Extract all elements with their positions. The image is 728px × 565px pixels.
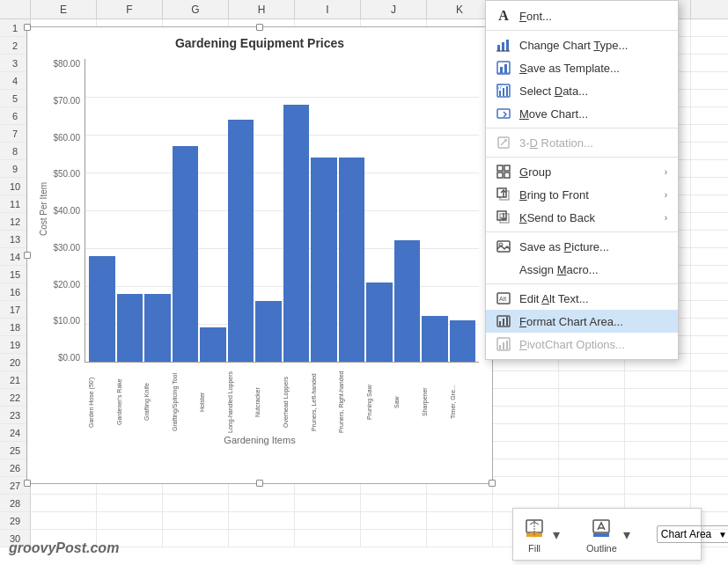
chart-area-select[interactable]: Chart Area ▼ (657, 525, 728, 543)
menu-label-assign-macro: Assign Macro... (519, 263, 667, 276)
separator-5 (486, 283, 678, 284)
x-label-8: Overhead Loppers (283, 367, 309, 437)
resize-handle-tl[interactable] (24, 24, 31, 31)
bar-pruners-left (311, 158, 337, 362)
menu-item-pivotchart-options: PivotChart Options... (486, 333, 678, 356)
context-menu: A Font... Change Chart Type... Save as T… (485, 0, 679, 360)
col-header-k: K (427, 0, 493, 18)
menu-item-format-chart-area[interactable]: Format Chart Area... (486, 310, 678, 333)
bars-container (85, 59, 479, 362)
resize-handle-bl[interactable] (24, 480, 31, 487)
group-arrow: › (665, 167, 667, 177)
bar-overhead-loppers (283, 105, 310, 362)
x-label-14: Timer, Gre... (450, 367, 476, 437)
bar-pruners-right (339, 158, 365, 362)
y-tick-20: $20.00 (53, 280, 84, 290)
menu-label-font: Font... (519, 10, 667, 23)
y-tick-40: $40.00 (53, 206, 84, 216)
outline-label: Outline (586, 543, 617, 554)
bar-nutcracker (255, 301, 282, 362)
y-tick-0: $0.00 (58, 353, 84, 363)
bar-holster (200, 327, 226, 362)
fill-dropdown-arrow[interactable]: ▾ (553, 526, 560, 543)
menu-label-select-data: Select Data... (519, 84, 667, 98)
x-label-12: Saw (393, 367, 420, 437)
bars-area (85, 59, 479, 363)
menu-item-3d-rotation: 3-D Rotation... (486, 131, 678, 154)
menu-item-change-chart-type[interactable]: Change Chart Type... (486, 33, 678, 56)
menu-label-save-as-template: Save as Template... (519, 62, 667, 75)
assign-macro-icon (496, 262, 511, 276)
menu-label-change-chart-type: Change Chart Type... (519, 39, 667, 52)
chart-area-select-arrow: ▼ (718, 530, 727, 539)
svg-rect-6 (504, 64, 507, 73)
save-as-template-icon (496, 61, 511, 75)
edit-alt-text-icon: Alt (496, 291, 511, 305)
menu-label-edit-alt-text: Edit Alt Text... (519, 292, 667, 305)
fill-button[interactable]: Fill (522, 516, 547, 554)
x-labels-container: Garden Hose (50') Gardener's Rake Grafti… (85, 367, 479, 433)
separator-3 (486, 157, 678, 158)
menu-item-save-as-template[interactable]: Save as Template... (486, 56, 678, 79)
svg-rect-2 (506, 40, 509, 51)
resize-handle-top[interactable] (256, 24, 263, 31)
bar-saw (394, 240, 421, 362)
bar-loppers (228, 120, 254, 362)
col-header-g: G (163, 0, 229, 18)
svg-rect-4 (497, 62, 510, 74)
fill-label: Fill (528, 543, 540, 554)
y-tick-80: $80.00 (53, 59, 84, 69)
svg-rect-10 (503, 88, 504, 96)
send-to-back-icon (496, 210, 511, 224)
svg-rect-1 (502, 42, 504, 51)
svg-rect-11 (506, 86, 508, 96)
bar-gardeners-rake (117, 294, 143, 362)
menu-item-assign-macro[interactable]: Assign Macro... (486, 258, 678, 281)
menu-item-group[interactable]: Group › (486, 160, 678, 183)
chart-container[interactable]: Gardening Equipment Prices Cost Per Item… (26, 26, 493, 484)
bar-grafting-knife (144, 294, 171, 362)
menu-item-send-to-back[interactable]: KSend to Back › (486, 206, 678, 229)
resize-handle-br[interactable] (489, 480, 496, 487)
bar-pruning-saw (366, 282, 393, 362)
change-chart-type-icon (496, 38, 511, 52)
svg-rect-32 (506, 317, 508, 326)
save-as-picture-icon (496, 239, 511, 253)
col-header-f: F (97, 0, 163, 18)
x-label-13: Sharpener (422, 367, 448, 437)
svg-text:Alt: Alt (499, 296, 506, 302)
menu-item-bring-to-front[interactable]: Bring to Front › (486, 183, 678, 206)
bar-sharpener (422, 316, 448, 362)
y-tick-30: $30.00 (53, 243, 84, 253)
resize-handle-bottom[interactable] (256, 480, 263, 487)
x-label-7: Nutcracker (254, 367, 281, 437)
menu-item-move-chart[interactable]: Move Chart... (486, 102, 678, 125)
svg-rect-41 (593, 533, 609, 537)
bar-timer (450, 320, 476, 362)
menu-label-send-to-back: KSend to Back (519, 211, 656, 224)
resize-handle-left[interactable] (24, 252, 31, 259)
move-chart-icon (496, 106, 511, 121)
y-tick-60: $60.00 (53, 133, 84, 143)
x-label-5: Holster (199, 367, 225, 437)
outline-button[interactable]: Outline (586, 516, 617, 554)
y-tick-10: $10.00 (53, 316, 84, 326)
svg-rect-5 (500, 67, 503, 73)
separator-1 (486, 30, 678, 31)
menu-item-edit-alt-text[interactable]: Alt Edit Alt Text... (486, 287, 678, 310)
select-data-icon (496, 84, 511, 98)
col-header-j: J (361, 0, 427, 18)
bar-grafting-tool (173, 146, 199, 362)
menu-item-select-data[interactable]: Select Data... (486, 79, 678, 102)
outline-dropdown-arrow[interactable]: ▾ (623, 526, 630, 543)
pivotchart-options-icon (496, 337, 511, 351)
x-label-2: Gardener's Rake (116, 367, 143, 437)
separator-2 (486, 128, 678, 128)
x-label-6: Long-handled Loppers (227, 367, 254, 437)
chart-title: Gardening Equipment Prices (27, 36, 492, 50)
menu-item-save-as-picture[interactable]: Save as Picture... (486, 235, 678, 258)
menu-item-font[interactable]: A Font... (486, 4, 678, 27)
col-header-i: I (295, 0, 361, 18)
svg-rect-18 (504, 172, 510, 178)
x-label-3: Grafting Knife (143, 367, 170, 437)
